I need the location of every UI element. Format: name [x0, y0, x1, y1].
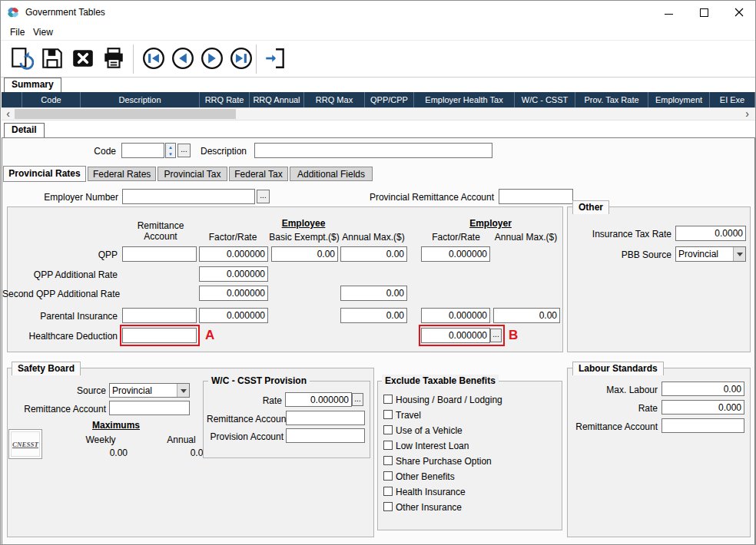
print-button[interactable]: [99, 45, 128, 74]
employee-factor-rate-header: Factor/Rate: [197, 232, 268, 243]
tab-provincial-rates[interactable]: Provincial Rates: [3, 166, 86, 182]
provincial-remittance-label: Provincial Remittance Account: [362, 192, 494, 203]
column-header-description[interactable]: Description: [81, 92, 200, 107]
menu-view[interactable]: View: [30, 27, 56, 38]
scrollbar-thumb[interactable]: [15, 109, 236, 119]
parental-employer-factor-input[interactable]: [421, 308, 490, 323]
column-header-prov-tax-rate[interactable]: Prov. Tax Rate: [575, 92, 648, 107]
remittance-account-header: Remittance Account: [124, 220, 197, 242]
chevron-down-icon[interactable]: [733, 247, 745, 261]
save-icon: [40, 46, 65, 73]
save-button[interactable]: [38, 45, 67, 74]
wc-remittance-label: Remittance Account: [207, 414, 284, 424]
code-input[interactable]: [121, 143, 164, 158]
checkbox-health-insurance[interactable]: [383, 487, 393, 496]
employer-annual-max-header: Annual Max.($): [491, 232, 561, 243]
second-qpp-additional-annual-max-input[interactable]: [340, 286, 407, 301]
summary-horizontal-scrollbar[interactable]: ‹ ›: [2, 107, 755, 121]
scroll-left-arrow-icon[interactable]: ‹: [2, 108, 15, 120]
previous-record-button[interactable]: [168, 45, 197, 74]
parental-factor-input[interactable]: [199, 308, 268, 323]
delete-button[interactable]: [68, 45, 98, 74]
labour-remittance-input[interactable]: [662, 418, 744, 433]
wc-remittance-input[interactable]: [286, 411, 365, 425]
employer-number-browse-button[interactable]: ...: [257, 190, 270, 203]
spinner-up-icon[interactable]: ▲: [166, 144, 175, 150]
column-header-rrq-max[interactable]: RRQ Max: [304, 92, 365, 107]
pbb-source-select[interactable]: Provincial: [675, 246, 746, 262]
column-header-rrq-annual[interactable]: RRQ Annual: [250, 92, 304, 107]
new-record-button[interactable]: [7, 45, 36, 74]
checkbox-other-insurance[interactable]: [383, 502, 393, 511]
column-header-qpp-cpp[interactable]: QPP/CPP: [365, 92, 414, 107]
code-spinner[interactable]: ▲ ▼: [165, 143, 176, 158]
safety-remittance-input[interactable]: [109, 401, 190, 415]
checkbox-housing-label: Housing / Board / Lodging: [396, 395, 502, 405]
wc-rate-input[interactable]: [285, 392, 352, 407]
cnesst-logo: CNESST: [8, 429, 42, 459]
wc-provision-account-input[interactable]: [286, 428, 365, 443]
column-header-rrq-rate[interactable]: RRQ Rate: [200, 92, 250, 107]
wc-rate-browse-button[interactable]: ...: [352, 393, 363, 406]
detail-tab[interactable]: Detail: [4, 123, 45, 137]
checkbox-use-of-vehicle[interactable]: [383, 425, 393, 434]
description-input[interactable]: [254, 143, 492, 158]
maximize-button[interactable]: [686, 1, 721, 24]
second-qpp-additional-factor-input[interactable]: [199, 286, 268, 301]
qpp-employer-factor-input[interactable]: [421, 246, 490, 262]
spinner-down-icon[interactable]: ▼: [166, 150, 175, 157]
summary-tab[interactable]: Summary: [4, 78, 61, 92]
checkbox-low-interest-loan[interactable]: [383, 441, 393, 450]
checkbox-other-benefits-label: Other Benefits: [396, 471, 455, 482]
labour-rate-input[interactable]: [662, 400, 744, 415]
tab-additional-fields[interactable]: Additional Fields: [290, 167, 373, 181]
column-header-ei-exempt[interactable]: EI Exe: [710, 92, 755, 107]
qpp-basic-exempt-input[interactable]: [271, 246, 338, 262]
chevron-down-icon[interactable]: [177, 384, 189, 397]
qpp-annual-max-input[interactable]: [340, 246, 407, 262]
checkbox-other-benefits[interactable]: [383, 471, 393, 481]
tab-federal-rates[interactable]: Federal Rates: [88, 167, 156, 181]
column-header-employment[interactable]: Employment: [648, 92, 710, 107]
last-record-button[interactable]: [227, 45, 256, 74]
annotation-box-a: [120, 325, 200, 346]
menu-file[interactable]: File: [7, 27, 28, 38]
tab-federal-tax[interactable]: Federal Tax: [229, 167, 288, 181]
parental-remittance-input[interactable]: [122, 308, 197, 323]
annotation-letter-a: A: [205, 328, 214, 343]
insurance-tax-rate-input[interactable]: [675, 226, 746, 241]
max-labour-input[interactable]: [662, 382, 744, 396]
healthcare-deduction-row-label: Healthcare Deduction: [2, 331, 118, 342]
labour-rate-label: Rate: [592, 403, 658, 414]
first-record-button[interactable]: [139, 45, 168, 74]
parental-annual-max-input[interactable]: [340, 308, 407, 323]
column-header-employer-health-tax[interactable]: Employer Health Tax: [414, 92, 515, 107]
scroll-right-arrow-icon[interactable]: ›: [741, 108, 754, 120]
parental-employer-annual-max-input[interactable]: [493, 308, 560, 323]
qpp-remittance-input[interactable]: [122, 246, 197, 262]
next-record-button[interactable]: [197, 45, 227, 74]
qpp-factor-input[interactable]: [199, 246, 268, 262]
last-record-icon: [229, 46, 254, 73]
checkbox-share-purchase-option[interactable]: [383, 456, 393, 465]
pbb-source-label: PBB Source: [581, 249, 671, 260]
other-group-title: Other: [572, 200, 609, 214]
tab-provincial-tax[interactable]: Provincial Tax: [158, 167, 227, 181]
column-header-code[interactable]: Code: [22, 92, 81, 107]
checkbox-share-purchase-option-label: Share Purchase Option: [396, 456, 492, 467]
column-header-wc-csst[interactable]: W/C - CSST: [515, 92, 575, 107]
checkbox-travel[interactable]: [383, 410, 393, 419]
close-button[interactable]: [721, 1, 756, 24]
annotation-letter-b: B: [509, 328, 518, 343]
column-header-spacer: [2, 92, 22, 107]
minimize-button[interactable]: [651, 1, 686, 24]
employer-number-input[interactable]: [122, 189, 255, 204]
exit-button[interactable]: [260, 45, 290, 74]
code-label: Code: [74, 146, 116, 157]
code-browse-button[interactable]: ...: [177, 144, 191, 157]
checkbox-housing[interactable]: [383, 395, 393, 404]
qpp-additional-factor-input[interactable]: [199, 266, 268, 282]
safety-source-select[interactable]: Provincial: [109, 383, 190, 398]
provincial-remittance-input[interactable]: [499, 189, 573, 204]
title-bar: Government Tables: [1, 1, 756, 24]
